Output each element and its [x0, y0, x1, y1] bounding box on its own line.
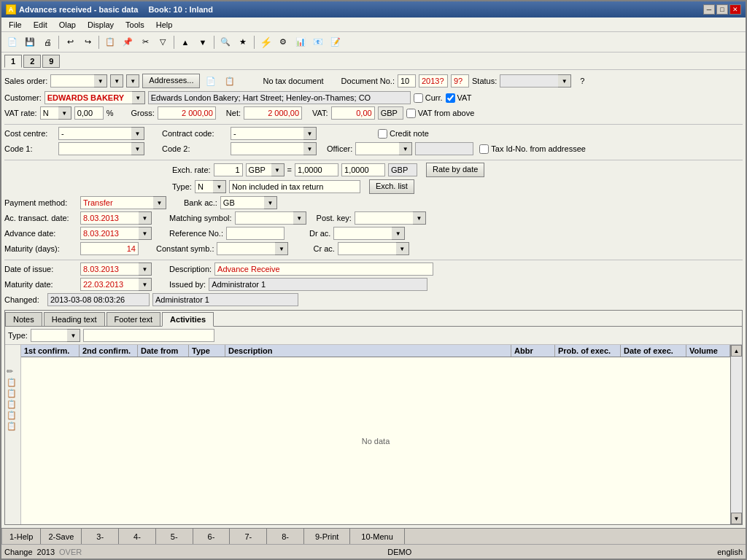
contract-code-field[interactable] [231, 127, 303, 140]
sales-order-dropdown[interactable]: ▼ [94, 74, 107, 88]
f7-empty[interactable]: 7- [230, 529, 267, 544]
credit-note-checkbox[interactable] [378, 129, 387, 139]
tab-footer-text[interactable]: Footer text [107, 312, 161, 326]
dr-ac-dropdown[interactable]: ▼ [392, 227, 405, 240]
tb-new[interactable]: 📄 [4, 34, 20, 50]
menu-help[interactable]: Help [152, 20, 177, 30]
type-description-field[interactable] [229, 180, 360, 193]
copy-icon1[interactable]: 📋 [7, 378, 19, 387]
tb-redo[interactable]: ↪ [80, 34, 96, 50]
activities-type-dropdown[interactable]: ▼ [67, 329, 80, 342]
tb-print[interactable]: 🖨 [39, 34, 55, 50]
type-dropdown[interactable]: ▼ [213, 180, 226, 193]
changed-date-field[interactable] [47, 293, 150, 306]
code1-field[interactable] [58, 142, 131, 155]
matching-symbol-dropdown[interactable]: ▼ [293, 211, 306, 225]
sales-order-dropdown2[interactable]: ▼ [110, 74, 123, 88]
exch-rate2-field[interactable] [341, 163, 385, 176]
tb-undo[interactable]: ↩ [62, 34, 78, 50]
addresses-button[interactable]: Addresses... [142, 74, 200, 88]
ac-transact-field[interactable] [80, 211, 139, 225]
status-dropdown[interactable]: ▼ [558, 74, 571, 88]
close-button[interactable]: ✕ [729, 4, 741, 15]
vat-currency-field[interactable] [378, 106, 403, 120]
menu-display[interactable]: Display [83, 20, 118, 30]
tb-extra1[interactable]: ⚙ [275, 34, 291, 50]
dr-ac-field[interactable] [333, 227, 392, 240]
officer-name-field[interactable] [415, 142, 473, 155]
vat-percent-field[interactable] [74, 106, 104, 120]
doc-icon2[interactable]: 📋 [222, 73, 238, 89]
vat-checkbox[interactable] [446, 93, 455, 103]
changed-user-field[interactable] [152, 293, 298, 306]
f5-empty[interactable]: 5- [156, 529, 193, 544]
cost-centre-field[interactable] [58, 127, 131, 140]
tab-activities[interactable]: Activities [162, 312, 214, 327]
tb-star[interactable]: ★ [235, 34, 251, 50]
minimize-button[interactable]: ─ [703, 4, 715, 15]
f4-empty[interactable]: 4- [119, 529, 156, 544]
customer-name-field[interactable] [44, 91, 132, 104]
scroll-up[interactable]: ▲ [731, 345, 742, 357]
scroll-down[interactable]: ▼ [731, 513, 742, 524]
f2-save[interactable]: 2-Save [41, 529, 82, 544]
f8-empty[interactable]: 8- [267, 529, 304, 544]
bank-ac-dropdown[interactable]: ▼ [264, 196, 277, 209]
copy-icon4[interactable]: 📋 [7, 411, 19, 420]
tb-extra2[interactable]: 📊 [293, 34, 309, 50]
payment-method-dropdown[interactable]: ▼ [153, 196, 166, 209]
date-issue-dropdown[interactable]: ▼ [139, 262, 152, 276]
rate-by-date-button[interactable]: Rate by date [426, 163, 484, 177]
net-field[interactable] [244, 106, 302, 120]
tb-green-arrow[interactable]: ⚡ [258, 34, 274, 50]
issued-by-field[interactable] [209, 278, 427, 291]
officer-dropdown[interactable]: ▼ [399, 142, 412, 155]
type-field[interactable] [195, 180, 213, 193]
tb-paste[interactable]: 📌 [120, 34, 136, 50]
exch-list-button[interactable]: Exch. list [369, 179, 414, 194]
cost-centre-dropdown[interactable]: ▼ [131, 127, 144, 140]
post-key-dropdown[interactable]: ▼ [413, 211, 426, 225]
copy-icon3[interactable]: 📋 [7, 400, 19, 409]
document-no-field[interactable] [398, 74, 416, 88]
sales-order-dropdown3[interactable]: ▼ [126, 74, 139, 88]
officer-field[interactable] [355, 142, 399, 155]
tab-notes[interactable]: Notes [5, 312, 42, 326]
bank-ac-field[interactable] [220, 196, 264, 209]
post-key-field[interactable] [355, 211, 413, 225]
tb-filter[interactable]: ▽ [155, 34, 171, 50]
payment-method-field[interactable] [80, 196, 153, 209]
reference-no-field[interactable] [226, 227, 285, 240]
activities-type-field[interactable] [31, 329, 67, 342]
exch-currency2-field[interactable] [388, 163, 417, 176]
tab-2[interactable]: 2 [23, 55, 41, 68]
advance-date-dropdown[interactable]: ▼ [139, 227, 152, 240]
advance-date-field[interactable] [80, 227, 139, 240]
constant-symb-field[interactable] [217, 242, 275, 255]
menu-tools[interactable]: Tools [121, 20, 149, 30]
code1-dropdown[interactable]: ▼ [131, 142, 144, 155]
vat-from-above-checkbox[interactable] [406, 109, 416, 118]
cr-ac-dropdown[interactable]: ▼ [396, 242, 409, 255]
f1-help[interactable]: 1-Help [1, 529, 41, 544]
year-field[interactable] [419, 74, 448, 88]
question-icon[interactable]: ? [574, 73, 590, 89]
customer-address-field[interactable] [148, 91, 411, 104]
scrollbar[interactable]: ▲ ▼ [730, 345, 742, 524]
maturity-date-dropdown[interactable]: ▼ [139, 278, 152, 291]
matching-symbol-field[interactable] [235, 211, 293, 225]
cr-ac-field[interactable] [338, 242, 396, 255]
vat-amount-field[interactable] [331, 106, 375, 120]
copy-icon2[interactable]: 📋 [7, 389, 19, 398]
menu-file[interactable]: File [4, 20, 26, 30]
date-issue-field[interactable] [80, 262, 139, 276]
activities-type-desc[interactable] [83, 329, 214, 342]
tab-9[interactable]: 9 [42, 55, 60, 68]
exch-rate1-field[interactable] [295, 163, 338, 176]
curr-checkbox[interactable] [414, 93, 423, 103]
tb-up[interactable]: ▲ [177, 34, 193, 50]
code2-field[interactable] [231, 142, 303, 155]
gross-field[interactable] [158, 106, 216, 120]
tb-down[interactable]: ▼ [195, 34, 211, 50]
copy-icon5[interactable]: 📋 [7, 421, 19, 431]
